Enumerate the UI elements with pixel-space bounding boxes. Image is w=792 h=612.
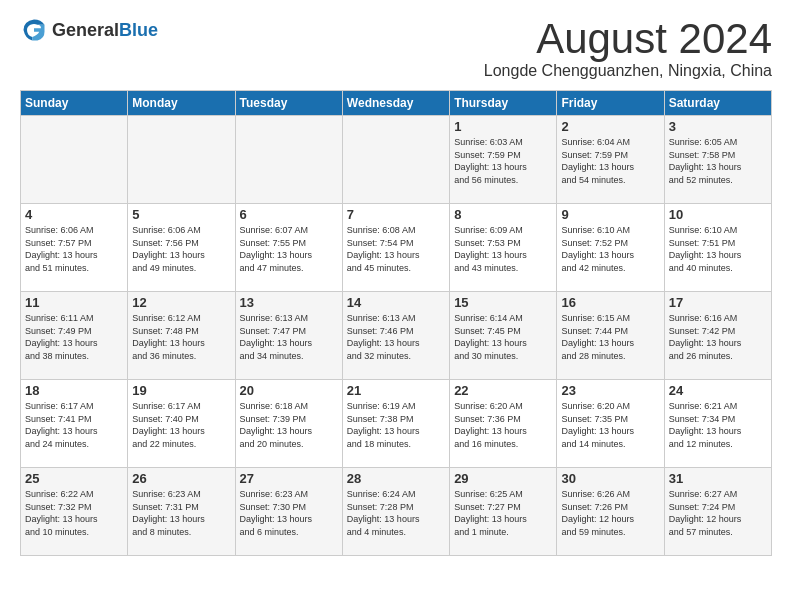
calendar-cell: 23Sunrise: 6:20 AM Sunset: 7:35 PM Dayli…: [557, 380, 664, 468]
calendar-cell: 6Sunrise: 6:07 AM Sunset: 7:55 PM Daylig…: [235, 204, 342, 292]
day-info: Sunrise: 6:17 AM Sunset: 7:40 PM Dayligh…: [132, 400, 230, 450]
day-info: Sunrise: 6:07 AM Sunset: 7:55 PM Dayligh…: [240, 224, 338, 274]
calendar-cell: 22Sunrise: 6:20 AM Sunset: 7:36 PM Dayli…: [450, 380, 557, 468]
day-number: 11: [25, 295, 123, 310]
day-info: Sunrise: 6:20 AM Sunset: 7:36 PM Dayligh…: [454, 400, 552, 450]
day-info: Sunrise: 6:04 AM Sunset: 7:59 PM Dayligh…: [561, 136, 659, 186]
day-info: Sunrise: 6:12 AM Sunset: 7:48 PM Dayligh…: [132, 312, 230, 362]
calendar-cell: 18Sunrise: 6:17 AM Sunset: 7:41 PM Dayli…: [21, 380, 128, 468]
calendar-cell: [342, 116, 449, 204]
calendar-cell: 29Sunrise: 6:25 AM Sunset: 7:27 PM Dayli…: [450, 468, 557, 556]
day-number: 10: [669, 207, 767, 222]
calendar-table: SundayMondayTuesdayWednesdayThursdayFrid…: [20, 90, 772, 556]
day-info: Sunrise: 6:24 AM Sunset: 7:28 PM Dayligh…: [347, 488, 445, 538]
calendar-cell: 8Sunrise: 6:09 AM Sunset: 7:53 PM Daylig…: [450, 204, 557, 292]
logo: GeneralBlue: [20, 16, 158, 44]
day-number: 17: [669, 295, 767, 310]
location-title: Longde Chengguanzhen, Ningxia, China: [484, 62, 772, 80]
day-info: Sunrise: 6:23 AM Sunset: 7:30 PM Dayligh…: [240, 488, 338, 538]
day-info: Sunrise: 6:27 AM Sunset: 7:24 PM Dayligh…: [669, 488, 767, 538]
calendar-cell: 2Sunrise: 6:04 AM Sunset: 7:59 PM Daylig…: [557, 116, 664, 204]
day-number: 24: [669, 383, 767, 398]
day-info: Sunrise: 6:10 AM Sunset: 7:51 PM Dayligh…: [669, 224, 767, 274]
day-info: Sunrise: 6:20 AM Sunset: 7:35 PM Dayligh…: [561, 400, 659, 450]
day-info: Sunrise: 6:22 AM Sunset: 7:32 PM Dayligh…: [25, 488, 123, 538]
day-info: Sunrise: 6:06 AM Sunset: 7:57 PM Dayligh…: [25, 224, 123, 274]
day-info: Sunrise: 6:15 AM Sunset: 7:44 PM Dayligh…: [561, 312, 659, 362]
calendar-cell: 13Sunrise: 6:13 AM Sunset: 7:47 PM Dayli…: [235, 292, 342, 380]
day-info: Sunrise: 6:14 AM Sunset: 7:45 PM Dayligh…: [454, 312, 552, 362]
day-number: 26: [132, 471, 230, 486]
calendar-cell: 15Sunrise: 6:14 AM Sunset: 7:45 PM Dayli…: [450, 292, 557, 380]
day-number: 16: [561, 295, 659, 310]
day-number: 14: [347, 295, 445, 310]
calendar-cell: [21, 116, 128, 204]
day-number: 21: [347, 383, 445, 398]
day-number: 13: [240, 295, 338, 310]
day-number: 1: [454, 119, 552, 134]
day-info: Sunrise: 6:18 AM Sunset: 7:39 PM Dayligh…: [240, 400, 338, 450]
day-number: 9: [561, 207, 659, 222]
day-number: 8: [454, 207, 552, 222]
logo-text: GeneralBlue: [52, 20, 158, 41]
calendar-cell: 26Sunrise: 6:23 AM Sunset: 7:31 PM Dayli…: [128, 468, 235, 556]
day-number: 7: [347, 207, 445, 222]
day-info: Sunrise: 6:23 AM Sunset: 7:31 PM Dayligh…: [132, 488, 230, 538]
day-info: Sunrise: 6:17 AM Sunset: 7:41 PM Dayligh…: [25, 400, 123, 450]
day-info: Sunrise: 6:13 AM Sunset: 7:46 PM Dayligh…: [347, 312, 445, 362]
day-number: 3: [669, 119, 767, 134]
calendar-cell: 25Sunrise: 6:22 AM Sunset: 7:32 PM Dayli…: [21, 468, 128, 556]
day-number: 27: [240, 471, 338, 486]
title-section: August 2024 Longde Chengguanzhen, Ningxi…: [484, 16, 772, 80]
day-info: Sunrise: 6:11 AM Sunset: 7:49 PM Dayligh…: [25, 312, 123, 362]
calendar-cell: 28Sunrise: 6:24 AM Sunset: 7:28 PM Dayli…: [342, 468, 449, 556]
day-info: Sunrise: 6:09 AM Sunset: 7:53 PM Dayligh…: [454, 224, 552, 274]
day-info: Sunrise: 6:05 AM Sunset: 7:58 PM Dayligh…: [669, 136, 767, 186]
calendar-cell: 10Sunrise: 6:10 AM Sunset: 7:51 PM Dayli…: [664, 204, 771, 292]
day-number: 2: [561, 119, 659, 134]
day-info: Sunrise: 6:21 AM Sunset: 7:34 PM Dayligh…: [669, 400, 767, 450]
day-info: Sunrise: 6:06 AM Sunset: 7:56 PM Dayligh…: [132, 224, 230, 274]
day-number: 18: [25, 383, 123, 398]
logo-blue: Blue: [119, 20, 158, 40]
day-info: Sunrise: 6:16 AM Sunset: 7:42 PM Dayligh…: [669, 312, 767, 362]
page-header: GeneralBlue August 2024 Longde Chengguan…: [20, 16, 772, 80]
day-header-friday: Friday: [557, 91, 664, 116]
day-header-monday: Monday: [128, 91, 235, 116]
calendar-cell: 3Sunrise: 6:05 AM Sunset: 7:58 PM Daylig…: [664, 116, 771, 204]
day-number: 23: [561, 383, 659, 398]
day-number: 5: [132, 207, 230, 222]
day-info: Sunrise: 6:10 AM Sunset: 7:52 PM Dayligh…: [561, 224, 659, 274]
day-number: 20: [240, 383, 338, 398]
calendar-cell: [128, 116, 235, 204]
calendar-cell: 12Sunrise: 6:12 AM Sunset: 7:48 PM Dayli…: [128, 292, 235, 380]
day-number: 22: [454, 383, 552, 398]
day-number: 25: [25, 471, 123, 486]
calendar-cell: 4Sunrise: 6:06 AM Sunset: 7:57 PM Daylig…: [21, 204, 128, 292]
month-title: August 2024: [484, 16, 772, 62]
day-number: 15: [454, 295, 552, 310]
day-info: Sunrise: 6:03 AM Sunset: 7:59 PM Dayligh…: [454, 136, 552, 186]
day-header-saturday: Saturday: [664, 91, 771, 116]
calendar-cell: 17Sunrise: 6:16 AM Sunset: 7:42 PM Dayli…: [664, 292, 771, 380]
calendar-cell: 21Sunrise: 6:19 AM Sunset: 7:38 PM Dayli…: [342, 380, 449, 468]
calendar-cell: 14Sunrise: 6:13 AM Sunset: 7:46 PM Dayli…: [342, 292, 449, 380]
day-header-thursday: Thursday: [450, 91, 557, 116]
day-info: Sunrise: 6:26 AM Sunset: 7:26 PM Dayligh…: [561, 488, 659, 538]
calendar-cell: 19Sunrise: 6:17 AM Sunset: 7:40 PM Dayli…: [128, 380, 235, 468]
day-number: 4: [25, 207, 123, 222]
calendar-cell: [235, 116, 342, 204]
day-number: 28: [347, 471, 445, 486]
logo-general: General: [52, 20, 119, 40]
day-info: Sunrise: 6:13 AM Sunset: 7:47 PM Dayligh…: [240, 312, 338, 362]
day-number: 19: [132, 383, 230, 398]
day-number: 29: [454, 471, 552, 486]
day-info: Sunrise: 6:25 AM Sunset: 7:27 PM Dayligh…: [454, 488, 552, 538]
calendar-cell: 27Sunrise: 6:23 AM Sunset: 7:30 PM Dayli…: [235, 468, 342, 556]
day-info: Sunrise: 6:19 AM Sunset: 7:38 PM Dayligh…: [347, 400, 445, 450]
day-number: 30: [561, 471, 659, 486]
calendar-cell: 20Sunrise: 6:18 AM Sunset: 7:39 PM Dayli…: [235, 380, 342, 468]
calendar-cell: 11Sunrise: 6:11 AM Sunset: 7:49 PM Dayli…: [21, 292, 128, 380]
calendar-cell: 9Sunrise: 6:10 AM Sunset: 7:52 PM Daylig…: [557, 204, 664, 292]
day-header-sunday: Sunday: [21, 91, 128, 116]
